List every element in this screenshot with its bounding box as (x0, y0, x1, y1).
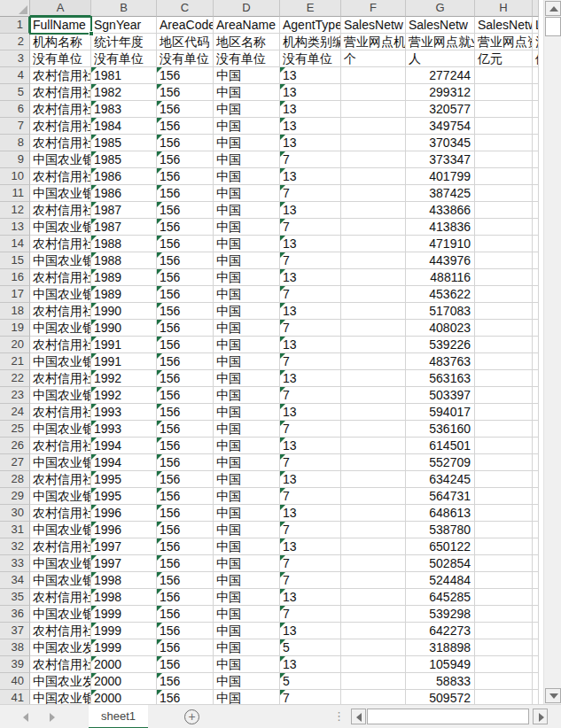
cell-A18[interactable]: 农村信用社 (30, 303, 91, 320)
cell-B32[interactable]: 1997 (91, 538, 157, 555)
cell-H29[interactable] (475, 488, 533, 505)
cell-D21[interactable]: 中国 (214, 353, 280, 370)
next-sheet-icon[interactable] (50, 713, 55, 722)
row-header-13[interactable]: 13 (0, 219, 30, 236)
cell-H31[interactable] (475, 522, 533, 538)
cell-E32[interactable]: 13 (280, 538, 341, 555)
cell-D27[interactable]: 中国 (214, 454, 280, 471)
cell-F32[interactable] (341, 538, 406, 555)
cell-F2[interactable]: 营业网点机构数 (341, 34, 406, 50)
cell-I13[interactable] (533, 219, 539, 236)
cell-A11[interactable]: 中国农业银行 (30, 185, 91, 202)
cell-D24[interactable]: 中国 (214, 404, 280, 421)
cell-E30[interactable]: 13 (280, 505, 341, 522)
cell-C40[interactable]: 156 (157, 673, 214, 690)
cell-H22[interactable] (475, 370, 533, 387)
cell-I32[interactable] (533, 538, 539, 555)
cell-D14[interactable]: 中国 (214, 236, 280, 252)
cell-H15[interactable] (475, 252, 533, 269)
cell-I23[interactable] (533, 387, 539, 404)
cell-I21[interactable] (533, 353, 539, 370)
cell-A10[interactable]: 农村信用社 (30, 168, 91, 185)
cell-B34[interactable]: 1998 (91, 572, 157, 589)
cell-H8[interactable] (475, 135, 533, 151)
row-header-18[interactable]: 18 (0, 303, 30, 320)
cell-F6[interactable] (341, 101, 406, 118)
cell-E40[interactable]: 5 (280, 673, 341, 690)
cell-G29[interactable]: 564731 (406, 488, 475, 505)
cell-D26[interactable]: 中国 (214, 438, 280, 454)
row-header-31[interactable]: 31 (0, 522, 30, 538)
cell-B16[interactable]: 1989 (91, 269, 157, 286)
cell-G6[interactable]: 320577 (406, 101, 475, 118)
cell-H12[interactable] (475, 202, 533, 219)
cell-I11[interactable] (533, 185, 539, 202)
row-header-23[interactable]: 23 (0, 387, 30, 404)
cell-B18[interactable]: 1990 (91, 303, 157, 320)
cell-H27[interactable] (475, 454, 533, 471)
cell-E14[interactable]: 13 (280, 236, 341, 252)
cell-E3[interactable]: 没有单位 (280, 50, 341, 67)
cell-D3[interactable]: 没有单位 (214, 50, 280, 67)
cell-B1[interactable]: SgnYear (91, 17, 157, 34)
cell-H28[interactable] (475, 471, 533, 488)
cell-A26[interactable]: 农村信用社 (30, 438, 91, 454)
cell-F13[interactable] (341, 219, 406, 236)
row-header-36[interactable]: 36 (0, 606, 30, 623)
cell-I28[interactable] (533, 471, 539, 488)
cell-F25[interactable] (341, 421, 406, 438)
cell-F21[interactable] (341, 353, 406, 370)
cell-F27[interactable] (341, 454, 406, 471)
cell-I15[interactable] (533, 252, 539, 269)
cell-H17[interactable] (475, 286, 533, 303)
cell-F19[interactable] (341, 320, 406, 337)
cell-F18[interactable] (341, 303, 406, 320)
cell-H23[interactable] (475, 387, 533, 404)
cell-A38[interactable]: 中国农业发展银行 (30, 639, 91, 656)
cell-F33[interactable] (341, 555, 406, 572)
cell-B7[interactable]: 1984 (91, 118, 157, 135)
cell-F29[interactable] (341, 488, 406, 505)
cell-C11[interactable]: 156 (157, 185, 214, 202)
cell-E35[interactable]: 13 (280, 589, 341, 606)
scroll-right-button[interactable] (533, 709, 548, 724)
cell-G14[interactable]: 471910 (406, 236, 475, 252)
row-header-37[interactable]: 37 (0, 623, 30, 639)
row-header-22[interactable]: 22 (0, 370, 30, 387)
cell-F15[interactable] (341, 252, 406, 269)
cell-G18[interactable]: 517083 (406, 303, 475, 320)
cell-H9[interactable] (475, 151, 533, 168)
cell-B8[interactable]: 1985 (91, 135, 157, 151)
row-header-11[interactable]: 11 (0, 185, 30, 202)
row-header-16[interactable]: 16 (0, 269, 30, 286)
cell-A3[interactable]: 没有单位 (30, 50, 91, 67)
cell-A16[interactable]: 农村信用社 (30, 269, 91, 286)
cell-H4[interactable] (475, 67, 533, 84)
cell-H36[interactable] (475, 606, 533, 623)
cell-G34[interactable]: 524484 (406, 572, 475, 589)
col-header-partial[interactable] (533, 0, 539, 17)
cell-D8[interactable]: 中国 (214, 135, 280, 151)
cell-C32[interactable]: 156 (157, 538, 214, 555)
cell-C21[interactable]: 156 (157, 353, 214, 370)
cell-H38[interactable] (475, 639, 533, 656)
cell-C28[interactable]: 156 (157, 471, 214, 488)
cell-C24[interactable]: 156 (157, 404, 214, 421)
row-header-20[interactable]: 20 (0, 337, 30, 353)
cell-F5[interactable] (341, 84, 406, 101)
cell-I33[interactable] (533, 555, 539, 572)
cell-E8[interactable]: 13 (280, 135, 341, 151)
cell-G21[interactable]: 483763 (406, 353, 475, 370)
cell-I27[interactable] (533, 454, 539, 471)
cell-F23[interactable] (341, 387, 406, 404)
cell-B26[interactable]: 1994 (91, 438, 157, 454)
cell-A19[interactable]: 中国农业银行 (30, 320, 91, 337)
cell-E36[interactable]: 7 (280, 606, 341, 623)
cell-G9[interactable]: 373347 (406, 151, 475, 168)
cell-B5[interactable]: 1982 (91, 84, 157, 101)
cell-D30[interactable]: 中国 (214, 505, 280, 522)
cell-C5[interactable]: 156 (157, 84, 214, 101)
scroll-up-button[interactable] (545, 1, 561, 16)
cell-F14[interactable] (341, 236, 406, 252)
row-header-24[interactable]: 24 (0, 404, 30, 421)
